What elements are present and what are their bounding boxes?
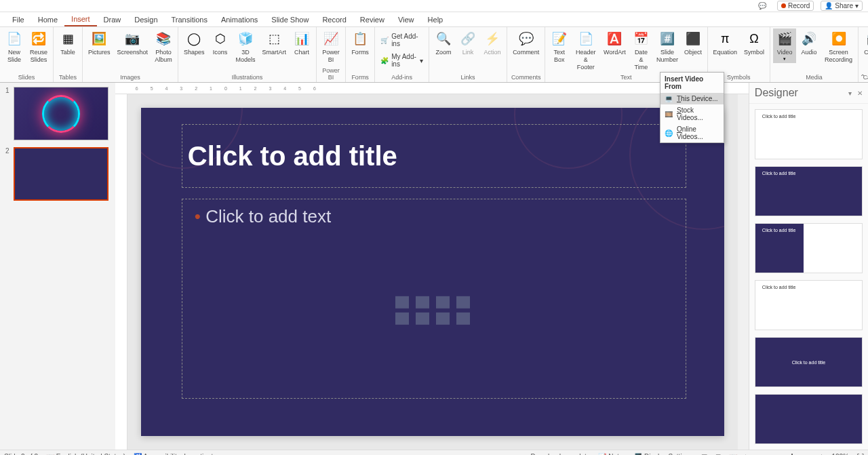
new-slide-button[interactable]: 📄New Slide [3,28,26,65]
content-insert-icons [395,296,473,324]
insert-icon-icon[interactable] [456,312,470,324]
slide-thumbnail-1[interactable] [14,87,108,140]
tab-help[interactable]: Help [421,14,450,26]
wordart-icon: 🅰️ [606,30,623,47]
audio-button[interactable]: 🔊Audio [797,28,821,58]
textbox-button[interactable]: 📝Text Box [548,28,570,65]
tab-insert[interactable]: Insert [64,13,97,26]
design-suggestion-4[interactable]: Click to add title [755,280,863,330]
equation-icon: π [716,30,734,47]
designer-suggestions: Click to add title Click to add title Cl… [749,104,868,450]
video-icon: 🎬 [776,30,793,47]
screen-recording-button[interactable]: ⏺️Screen Recording [822,28,855,65]
3d-models-button[interactable]: 🧊3D Models [233,28,258,65]
chart-button[interactable]: 📊Chart [290,28,313,58]
chart-icon: 📊 [293,30,311,47]
powerbi-button[interactable]: 📈Power BI [319,28,342,65]
smartart-button[interactable]: ⬚SmartArt [260,28,290,58]
reuse-slides-icon: 🔁 [30,30,47,47]
menu-online-videos[interactable]: 🌐 Online Videos... [660,123,724,142]
insert-smartart-icon[interactable] [436,296,450,308]
symbol-button[interactable]: ΩSymbol [741,28,767,58]
slidenumber-button[interactable]: #️⃣Slide Number [654,28,681,65]
tab-animations[interactable]: Animations [214,14,264,26]
tab-view[interactable]: View [391,14,421,26]
screen-recording-icon: ⏺️ [830,30,848,47]
tab-home[interactable]: Home [31,14,64,26]
tab-review[interactable]: Review [353,14,391,26]
group-slides: 📄New Slide 🔁Reuse Slides Slides [0,27,54,82]
design-suggestion-5[interactable]: Click to add title [755,337,863,387]
dropdown-header: Insert Video From [660,73,724,93]
comments-button[interactable]: 💬 [754,1,770,11]
group-tables: ▦Table Tables [54,27,83,82]
screenshot-button[interactable]: 📷Screenshot [115,28,151,58]
designer-close-button[interactable]: ✕ [857,90,863,97]
editor-area: 6 5 4 3 2 1 0 1 2 3 4 5 6 Click to add t… [115,83,749,450]
designer-options-button[interactable]: ▾ [848,90,852,97]
wordart-button[interactable]: 🅰️WordArt [601,28,628,58]
group-powerbi: 📈Power BI Power BI [317,27,346,82]
insert-3d-icon[interactable] [456,296,470,308]
menu-this-device[interactable]: 💻 This Device... [660,93,724,104]
slide-canvas-area[interactable]: Click to add title Click to add text [127,94,738,450]
insert-online-picture-icon[interactable] [416,312,429,324]
designer-pane: Designer ▾ ✕ Click to add title Click to… [749,83,868,450]
vertical-scrollbar[interactable] [738,94,749,450]
design-suggestion-6[interactable] [755,394,863,444]
design-suggestion-3[interactable]: Click to add title [755,223,863,273]
workspace: 1 2 6 5 4 3 2 1 0 1 2 3 4 5 6 Click to a… [0,83,868,450]
zoom-button[interactable]: 🔍Zoom [432,28,455,58]
insert-picture-icon[interactable] [395,312,409,324]
table-icon: ▦ [59,30,77,47]
datetime-icon: 📅 [632,30,650,47]
insert-table-icon[interactable] [395,296,409,308]
design-suggestion-1[interactable]: Click to add title [755,109,863,159]
comment-button[interactable]: 💬Comment [510,28,542,58]
insert-video-icon[interactable] [436,312,450,324]
design-suggestion-2[interactable]: Click to add title [755,166,863,216]
content-text: Click to add text [195,206,673,227]
photo-album-icon: 📚 [155,30,172,47]
menu-stock-videos[interactable]: 🎞️ Stock Videos... [660,104,724,123]
title-placeholder[interactable]: Click to add title [182,124,686,188]
table-button[interactable]: ▦Table [56,28,79,58]
datetime-button[interactable]: 📅Date & Time [629,28,653,72]
group-illustrations: ◯Shapes ⬡Icons 🧊3D Models ⬚SmartArt 📊Cha… [178,27,317,82]
group-comments: 💬Comment Comments [507,27,545,82]
new-slide-icon: 📄 [5,30,23,47]
object-button[interactable]: ⬛Object [682,28,705,58]
collapse-ribbon-button[interactable]: ⌃ [860,73,865,81]
pictures-button[interactable]: 🖼️Pictures [85,28,113,58]
equation-button[interactable]: πEquation [711,28,741,58]
record-button[interactable]: Record [777,1,814,11]
tab-design[interactable]: Design [127,14,164,26]
vertical-ruler [115,94,127,450]
tab-slideshow[interactable]: Slide Show [264,14,315,26]
zoom-icon: 🔍 [435,30,452,47]
powerbi-icon: 📈 [322,30,340,47]
slide-canvas[interactable]: Click to add title Click to add text [141,108,724,436]
tab-record[interactable]: Record [315,14,353,26]
video-button[interactable]: 🎬Video▾ [773,28,796,63]
tab-file[interactable]: File [5,14,31,26]
slide-thumbnail-2[interactable] [14,147,108,201]
tab-transitions[interactable]: Transitions [165,14,214,26]
forms-button[interactable]: 📋Forms [349,28,372,58]
link-button[interactable]: 🔗Link [456,28,479,58]
insert-chart-icon[interactable] [416,296,429,308]
icons-button[interactable]: ⬡Icons [209,28,232,58]
photo-album-button[interactable]: 📚Photo Album [152,28,175,65]
content-placeholder[interactable]: Click to add text [182,199,686,399]
horizontal-ruler: 6 5 4 3 2 1 0 1 2 3 4 5 6 [115,83,749,94]
share-button[interactable]: 👤 Share ▾ [821,1,863,11]
header-footer-button[interactable]: 📄Header & Footer [572,28,599,72]
tab-draw[interactable]: Draw [97,14,128,26]
cameo-button[interactable]: 📷Cameo [861,28,868,58]
my-addins-button[interactable]: 🧩 My Add-ins ▾ [378,52,426,69]
action-button[interactable]: ⚡Action [481,28,504,58]
smartart-icon: ⬚ [265,30,283,47]
shapes-button[interactable]: ◯Shapes [181,28,208,58]
get-addins-button[interactable]: 🛒 Get Add-ins [378,31,426,49]
reuse-slides-button[interactable]: 🔁Reuse Slides [27,28,50,65]
